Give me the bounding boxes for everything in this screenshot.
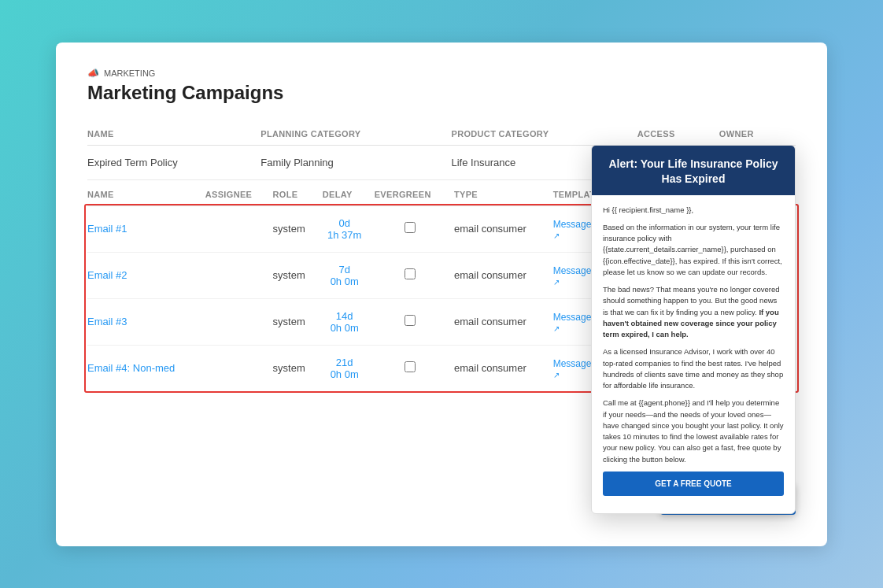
row-name: Email #1 — [87, 205, 205, 252]
main-container: 📣 MARKETING Marketing Campaigns NAME PLA… — [56, 43, 827, 546]
email-para3: As a licensed Insurance Advisor, I work … — [603, 346, 784, 391]
row-assignee — [205, 252, 273, 298]
row-delay: 21d0h 0m — [323, 345, 375, 391]
row-assignee — [205, 205, 273, 252]
row-assignee — [205, 298, 273, 345]
row-evergreen[interactable] — [375, 205, 454, 252]
row-delay: 14d0h 0m — [323, 298, 375, 345]
email-preview-popup: Alert: Your Life Insurance Policy Has Ex… — [591, 145, 796, 514]
row-assignee — [205, 345, 273, 391]
email-preview-header: Alert: Your Life Insurance Policy Has Ex… — [592, 146, 795, 195]
col-access: ACCESS — [637, 123, 719, 146]
row-role: system — [273, 298, 323, 345]
row-delay: 0d1h 37m — [323, 205, 375, 252]
row-name: Email #2 — [87, 252, 205, 298]
row-type: email consumer — [454, 345, 553, 391]
row-role: system — [273, 345, 323, 391]
page-title: Marketing Campaigns — [87, 82, 796, 104]
email-preview-body: Hi {{ recipient.first_name }}, Based on … — [592, 195, 795, 513]
col-owner: OWNER — [719, 123, 796, 146]
row-evergreen[interactable] — [375, 252, 454, 298]
email-para2: The bad news? That means you're no longe… — [603, 284, 784, 340]
email-para4: Call me at {{agent.phone}} and I'll help… — [603, 398, 784, 465]
row-name: Email #4: Non-med — [87, 345, 205, 391]
col-planning: PLANNING CATEGORY — [260, 123, 451, 146]
campaign-planning: Family Planning — [260, 145, 451, 179]
breadcrumb-label: MARKETING — [104, 68, 155, 78]
row-role: system — [273, 205, 323, 252]
row-evergreen[interactable] — [375, 298, 454, 345]
sub-col-type: TYPE — [454, 183, 553, 206]
row-type: email consumer — [454, 252, 553, 298]
sub-col-evergreen: EVERGREEN — [375, 183, 454, 206]
row-name: Email #3 — [87, 298, 205, 345]
megaphone-icon: 📣 — [87, 68, 99, 79]
breadcrumb: 📣 MARKETING — [87, 68, 796, 79]
col-product: PRODUCT CATEGORY — [452, 123, 637, 146]
row-type: email consumer — [454, 205, 553, 252]
email-greeting: Hi {{ recipient.first_name }}, — [603, 205, 784, 216]
row-role: system — [273, 252, 323, 298]
campaign-name: Expired Term Policy — [87, 145, 260, 179]
sub-col-delay: DELAY — [323, 183, 375, 206]
row-evergreen[interactable] — [375, 345, 454, 391]
col-name: NAME — [87, 123, 260, 146]
email-cta-button[interactable]: GET A FREE QUOTE — [603, 472, 784, 496]
sub-col-name: NAME — [87, 183, 205, 206]
row-delay: 7d0h 0m — [323, 252, 375, 298]
email-para1: Based on the information in our system, … — [603, 222, 784, 278]
sub-col-role: ROLE — [273, 183, 323, 206]
row-type: email consumer — [454, 298, 553, 345]
sub-col-assignee: ASSIGNEE — [205, 183, 273, 206]
